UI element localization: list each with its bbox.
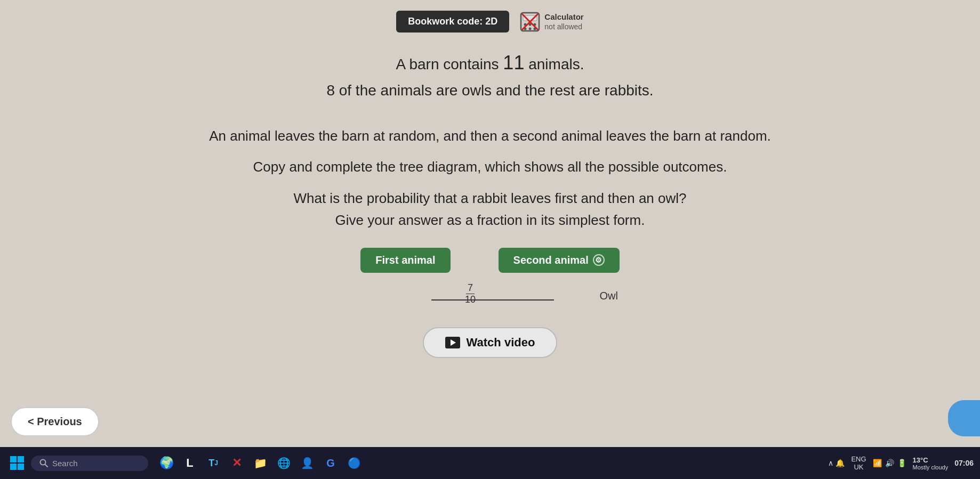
- header-bar: Bookwork code: 2D Calculator n: [396, 11, 583, 33]
- weather-info: 13°C Mostly cloudy: [913, 456, 949, 470]
- weather-temp: 13°C: [913, 456, 928, 464]
- region-label: UK: [854, 463, 863, 471]
- windows-start-button[interactable]: [6, 452, 28, 474]
- svg-rect-12: [18, 456, 24, 462]
- problem-line1: A barn contains 11 animals.: [326, 48, 653, 77]
- question-text: What is the probability that a rabbit le…: [293, 188, 686, 232]
- second-animal-button[interactable]: Second animal ⚙: [499, 248, 620, 273]
- taskbar-icon-7[interactable]: 👤: [298, 453, 317, 473]
- instruction-text2: Copy and complete the tree diagram, whic…: [253, 156, 727, 177]
- bookwork-code: Bookwork code: 2D: [396, 11, 509, 33]
- language-label: ENG: [851, 455, 866, 463]
- svg-line-16: [45, 465, 48, 467]
- taskbar-right: ∧ 🔔 ENG UK 📶 🔊 🔋 13°C Mostly cloudy 07:0…: [828, 455, 974, 471]
- taskbar-icon-google[interactable]: G: [321, 453, 340, 473]
- search-label: Search: [52, 459, 78, 468]
- taskbar-icon-4[interactable]: ✕: [227, 453, 246, 473]
- calculator-sub: not allowed: [544, 22, 583, 31]
- fraction: 7 10: [463, 282, 477, 306]
- battery-icon[interactable]: 🔋: [897, 459, 906, 467]
- weather-desc: Mostly cloudy: [913, 464, 949, 470]
- video-icon: [445, 337, 460, 348]
- taskbar-icon-3[interactable]: TJ: [204, 453, 223, 473]
- chevron-up-icon[interactable]: ∧: [828, 459, 833, 467]
- diagram-area: First animal Second animal ⚙ 7 10 Owl Wa…: [357, 248, 623, 358]
- svg-rect-14: [18, 464, 24, 470]
- taskbar-icon-2[interactable]: L: [180, 453, 199, 473]
- next-button[interactable]: [948, 400, 980, 436]
- watch-video-button[interactable]: Watch video: [423, 327, 558, 358]
- watch-video-label: Watch video: [467, 336, 535, 350]
- fraction-numerator: 7: [466, 282, 475, 295]
- sound-icon[interactable]: 🔊: [885, 459, 894, 467]
- taskbar-icon-8[interactable]: 🔵: [344, 453, 364, 473]
- taskbar-search[interactable]: Search: [31, 456, 148, 471]
- svg-rect-11: [10, 456, 17, 462]
- system-tray-icons: ∧ 🔔: [828, 459, 845, 467]
- first-animal-button[interactable]: First animal: [360, 248, 450, 273]
- fraction-denominator: 10: [463, 294, 477, 306]
- owl-label: Owl: [600, 290, 618, 302]
- taskbar-icon-6[interactable]: 🌐: [274, 453, 293, 473]
- language-region: ENG UK: [851, 455, 866, 471]
- calculator-icon: [520, 12, 540, 32]
- settings-icon: ⚙: [593, 254, 605, 266]
- calculator-badge: Calculator not allowed: [520, 12, 583, 32]
- notification-icon[interactable]: 🔔: [836, 459, 845, 467]
- taskbar: Search 🌍 L TJ ✕ 📁 🌐 👤 G 🔵 ∧ 🔔 ENG UK 📶 🔊…: [0, 447, 980, 479]
- diagram-labels: First animal Second animal ⚙: [360, 248, 619, 273]
- problem-text: A barn contains 11 animals. 8 of the ani…: [326, 48, 653, 104]
- previous-label: < Previous: [28, 416, 82, 428]
- taskbar-icon-1[interactable]: 🌍: [157, 453, 176, 473]
- instruction-text: An animal leaves the barn at random, and…: [209, 125, 771, 147]
- taskbar-icon-5[interactable]: 📁: [251, 453, 270, 473]
- calculator-label: Calculator: [544, 12, 583, 22]
- taskbar-app-icons: 🌍 L TJ ✕ 📁 🌐 👤 G 🔵: [157, 453, 364, 473]
- svg-point-6: [529, 27, 532, 30]
- network-sound-icons: 📶 🔊 🔋: [873, 459, 906, 467]
- problem-line2: 8 of the animals are owls and the rest a…: [326, 79, 653, 102]
- wifi-icon[interactable]: 📶: [873, 459, 882, 467]
- system-time: 07:06: [954, 459, 974, 467]
- svg-rect-13: [10, 464, 17, 470]
- previous-button[interactable]: < Previous: [11, 407, 99, 436]
- tree-diagram: 7 10 Owl: [399, 281, 623, 319]
